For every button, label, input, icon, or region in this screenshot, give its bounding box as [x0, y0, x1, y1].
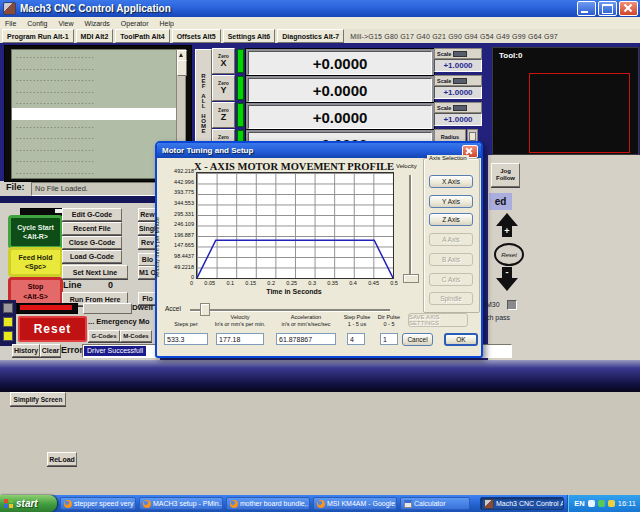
spindle-down-button[interactable]: -	[496, 267, 518, 291]
ok-button[interactable]: OK	[444, 333, 478, 346]
gcode-line: .......................	[12, 85, 177, 97]
velocity-field-units: In's or mm's per min.	[212, 321, 268, 328]
y-dro-display[interactable]: +0.0000	[245, 75, 435, 105]
y-scale-value[interactable]: +1.0000	[434, 86, 482, 99]
z-scale-value[interactable]: +1.0000	[434, 113, 482, 126]
y-axis-button[interactable]: Y Axis	[429, 195, 473, 208]
firefox-icon	[230, 500, 238, 508]
m30-fragment: M30	[486, 301, 500, 308]
language-indicator[interactable]: EN	[574, 499, 584, 508]
axis-led	[237, 76, 244, 100]
emergency-mode-text: ... Emergency Mo	[88, 317, 158, 326]
tray-app-icon[interactable]	[598, 500, 605, 507]
gcodes-button[interactable]: G-Codes	[88, 330, 120, 342]
graph-title: X - AXIS MOTOR MOVEMENT PROFILE	[194, 161, 394, 172]
x-dro-display[interactable]: +0.0000	[245, 48, 435, 78]
feed-hold-button[interactable]: Feed Hold <Spc>	[8, 247, 63, 277]
set-next-line-button[interactable]: Set Next Line	[62, 265, 128, 279]
clock: 16:11	[618, 499, 636, 508]
minimize-icon[interactable]	[577, 1, 596, 16]
mcodes-button[interactable]: M-Codes	[120, 330, 152, 342]
tab-settings[interactable]: Settings Alt6	[223, 29, 276, 43]
steps-per-input[interactable]	[164, 333, 208, 345]
tab-program-run[interactable]: Program Run Alt-1	[2, 29, 74, 43]
taskbar-item-stepper-speed[interactable]: stepper speed very sl...	[60, 497, 136, 510]
reload-button[interactable]: ReLoad	[47, 452, 77, 466]
close-icon[interactable]	[619, 1, 638, 16]
volume-icon[interactable]	[588, 500, 595, 507]
menu-view[interactable]: View	[59, 20, 74, 27]
step-pulse-range: 1 - 5 us	[342, 321, 372, 328]
accel-slider-track[interactable]	[190, 309, 390, 312]
x-scale-value[interactable]: +1.0000	[434, 59, 482, 72]
file-label: File:	[6, 182, 25, 192]
modal-codes-readout: Mill->G15 G80 G17 G40 G21 G90 G94 G54 G4…	[350, 33, 558, 40]
taskbar-item-mother-board[interactable]: mother board bundle,...	[226, 497, 310, 510]
velocity-input[interactable]	[216, 333, 264, 345]
simplify-screen-button[interactable]: Simplify Screen	[10, 392, 66, 406]
spindle-reset-button[interactable]: Reset	[494, 243, 524, 266]
menu-config[interactable]: Config	[27, 20, 47, 27]
z-axis-button[interactable]: Z Axis	[429, 213, 473, 226]
tab-toolpath[interactable]: ToolPath Alt4	[115, 29, 169, 43]
m30-checkbox[interactable]	[507, 300, 517, 310]
menu-help[interactable]: Help	[159, 20, 173, 27]
cancel-button[interactable]: Cancel	[402, 333, 433, 346]
y-axis-label: Velocity mm's per Minute	[154, 172, 160, 278]
zero-z-button[interactable]: Zero Z	[212, 102, 235, 128]
firefox-icon	[143, 500, 151, 508]
maximize-icon[interactable]	[598, 1, 617, 16]
jog-follow-button[interactable]: Jog Follow	[491, 163, 520, 187]
z-dro-display[interactable]: +0.0000	[245, 102, 435, 132]
feedrate-bar[interactable]	[18, 303, 78, 314]
firefox-icon	[317, 500, 325, 508]
taskbar-item-calculator[interactable]: Calculator	[400, 497, 470, 510]
stop-button[interactable]: Stop <Alt-S>	[8, 277, 63, 306]
accel-slider-thumb[interactable]	[200, 303, 210, 316]
taskbar-item-mach3-setup[interactable]: MACH3 setup - PMin...	[139, 497, 223, 510]
firefox-icon	[64, 500, 72, 508]
recent-file-button[interactable]: Recent File	[62, 222, 122, 235]
window-titlebar: Mach3 CNC Control Application	[0, 0, 640, 17]
menu-operator[interactable]: Operator	[121, 20, 149, 27]
load-gcode-button[interactable]: Load G-Code	[62, 250, 122, 263]
y-scale: Scale +1.0000	[434, 75, 482, 99]
edit-gcode-button[interactable]: Edit G-Code	[62, 208, 122, 221]
x-axis-button[interactable]: X Axis	[429, 175, 473, 188]
plus-icon: +	[502, 226, 512, 237]
close-gcode-button[interactable]: Close G-Code	[62, 236, 122, 249]
zero-y-button[interactable]: Zero Y	[212, 75, 235, 101]
velocity-slider-thumb[interactable]	[403, 274, 419, 283]
z-scale: Scale +1.0000	[434, 102, 482, 126]
acceleration-input[interactable]	[276, 333, 336, 345]
spindle-up-button[interactable]: +	[496, 213, 518, 237]
taskbar-item-mach3-active[interactable]: Mach3 CNC Control A...	[480, 497, 564, 510]
clear-button[interactable]: Clear	[40, 344, 61, 357]
taskbar-item-msi-google[interactable]: MSI KM4AM - Google ...	[313, 497, 397, 510]
gcode-line: .......................	[12, 143, 177, 155]
zero-x-button[interactable]: Zero X	[212, 48, 235, 74]
menu-file[interactable]: File	[5, 20, 16, 27]
menu-wizards[interactable]: Wizards	[85, 20, 110, 27]
history-button[interactable]: History	[12, 344, 40, 357]
scrollbar-thumb[interactable]	[177, 60, 187, 76]
tab-mdi[interactable]: MDI Alt2	[76, 29, 114, 43]
gcode-line: .......................	[12, 166, 177, 178]
step-pulse-input[interactable]	[347, 333, 365, 345]
tool-label: Tool:0	[499, 51, 522, 60]
x-scale: Scale +1.0000	[434, 48, 482, 72]
tray-app-icon[interactable]	[608, 500, 615, 507]
dir-pulse-input[interactable]	[380, 333, 398, 345]
accel-slider-label: Accel	[165, 305, 181, 312]
x-axis-ticks: 0 0.05 0.1 0.15 0.2 0.25 0.3 0.35 0.4 0.…	[190, 280, 398, 286]
tab-offsets[interactable]: Offsets Alt5	[172, 29, 221, 43]
override-bar[interactable]	[83, 303, 132, 314]
start-button[interactable]: start	[0, 495, 57, 512]
cycle-start-button[interactable]: Cycle Start <Alt-R>	[8, 215, 63, 249]
reset-button[interactable]: Reset	[18, 316, 87, 342]
line-value: 0	[108, 280, 113, 290]
scale-led	[453, 78, 467, 84]
gcode-list[interactable]: ....................... ................…	[11, 49, 178, 179]
tab-diagnostics[interactable]: Diagnostics Alt-7	[277, 29, 344, 43]
velocity-slider-track[interactable]	[409, 175, 412, 281]
